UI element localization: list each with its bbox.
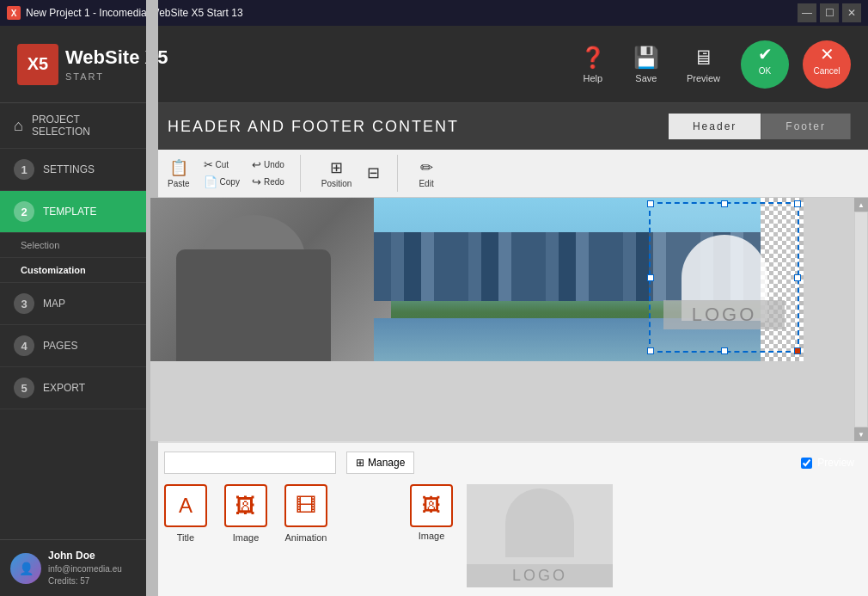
preview-button[interactable]: 🖥 Preview <box>680 42 727 87</box>
sidebar-label-settings: SETTINGS <box>43 163 95 175</box>
canvas-container[interactable]: LOGO ▲ ▼ ◀ <box>150 198 868 441</box>
undo-button[interactable]: ↩ Undo <box>247 157 290 173</box>
edit-icon: ✏ <box>420 158 433 177</box>
close-button[interactable]: ✕ <box>842 3 861 22</box>
preview-checkbox-label: Preview <box>817 457 854 469</box>
image-icon: 🖼 <box>235 494 256 518</box>
sidebar-item-settings[interactable]: 1 SETTINGS <box>0 149 150 191</box>
scroll-down-button[interactable]: ▼ <box>854 427 868 441</box>
title-icon-label: Title <box>177 532 194 543</box>
preview-checkbox[interactable]: Preview <box>801 457 854 469</box>
position-label: Position <box>321 179 352 188</box>
tab-footer[interactable]: Footer <box>761 114 851 139</box>
help-button[interactable]: ❓ Help <box>573 42 613 87</box>
minimize-button[interactable]: — <box>798 3 816 22</box>
sidebar-item-export[interactable]: 5 EXPORT <box>0 367 150 409</box>
undo-label: Undo <box>264 160 284 169</box>
save-label: Save <box>635 73 657 83</box>
save-icon: 💾 <box>633 46 659 70</box>
copy-icon: 📄 <box>204 175 217 188</box>
titlebar-controls: — ☐ ✕ <box>798 3 861 22</box>
preview-label: Preview <box>687 73 720 83</box>
sidebar-item-home[interactable]: ⌂ PROJECT SELECTION <box>0 103 150 149</box>
sidebar-num-5: 5 <box>14 378 34 398</box>
sidebar-num-4: 4 <box>14 335 34 356</box>
ok-label: OK <box>759 66 771 76</box>
sidebar-item-map[interactable]: 3 MAP <box>0 283 150 325</box>
selected-logo-box[interactable]: LOGO <box>649 202 799 353</box>
tab-bar: Header Footer <box>669 114 851 139</box>
dropdown-label: Main header/footer contents <box>174 457 302 469</box>
user-area: 👤 John Doe info@incomedia.eu Credits: 57 <box>0 539 150 596</box>
preview-icon: 🖥 <box>693 46 713 70</box>
manage-button[interactable]: ⊞ Manage <box>346 452 414 474</box>
resize-handle-bm[interactable] <box>721 347 728 354</box>
sidebar-item-pages[interactable]: 4 PAGES <box>0 325 150 367</box>
scroll-up-button[interactable]: ▲ <box>854 198 868 212</box>
user-avatar: 👤 <box>10 553 41 584</box>
resize-handle-tr[interactable] <box>794 200 801 207</box>
dropdown-arrow-icon: ▼ <box>316 457 327 469</box>
cancel-button[interactable]: ✕ Cancel <box>803 40 851 89</box>
titlebar-left: X New Project 1 - Incomedia WebSite X5 S… <box>7 6 243 20</box>
content-dropdown[interactable]: Main header/footer contents ▼ <box>164 452 336 474</box>
align-button[interactable]: ⊟ <box>360 160 387 187</box>
main-layout: ⌂ PROJECT SELECTION 1 SETTINGS 2 TEMPLAT… <box>0 103 868 596</box>
editor-area: LOGO ▲ ▼ ◀ <box>150 198 868 441</box>
paste-button[interactable]: 📋 Paste <box>161 155 197 192</box>
user-name: John Doe <box>48 549 122 563</box>
resize-handle-br[interactable] <box>794 347 801 354</box>
cut-copy-group: ✂ Cut 📄 Copy <box>199 157 245 190</box>
tab-footer-label: Footer <box>785 120 826 132</box>
sidebar-sub-customization[interactable]: Customization <box>0 258 150 283</box>
preview-logo-shape <box>505 488 574 557</box>
content-icon-animation[interactable]: 🎞 Animation <box>284 484 327 543</box>
animation-icon: 🎞 <box>296 494 316 518</box>
app-header: X5 WebSite X5 START ❓ Help 💾 Save 🖥 Prev… <box>0 26 868 103</box>
sidebar-home-label: PROJECT SELECTION <box>32 114 136 138</box>
app-icon: X <box>7 6 21 20</box>
app-logo-icon: X5 <box>17 44 58 85</box>
sidebar-label-template: TEMPLATE <box>43 206 96 218</box>
preview-logo: LOGO <box>467 484 613 587</box>
resize-handle-bl[interactable] <box>647 347 654 354</box>
redo-button[interactable]: ↪ Redo <box>247 174 290 190</box>
manage-icon: ⊞ <box>356 457 364 469</box>
copy-label: Copy <box>220 177 240 187</box>
cut-icon: ✂ <box>204 158 213 171</box>
toolbar-group-edit: ✏ Edit <box>412 155 450 192</box>
logo-container: LOGO <box>663 217 785 338</box>
canvas-scrollable: LOGO ▲ ▼ <box>150 198 868 441</box>
content-icon-image[interactable]: 🖼 Image <box>224 484 267 543</box>
redo-icon: ↪ <box>252 175 261 188</box>
resize-handle-ml[interactable] <box>647 274 654 281</box>
edit-button[interactable]: ✏ Edit <box>412 155 440 192</box>
tab-header[interactable]: Header <box>669 114 761 139</box>
titlebar-title: New Project 1 - Incomedia WebSite X5 Sta… <box>26 7 243 19</box>
save-button[interactable]: 💾 Save <box>627 42 666 87</box>
preview-image-icon: 🖼 <box>410 484 453 527</box>
align-icon: ⊟ <box>367 163 380 182</box>
ok-button[interactable]: ✔ OK <box>741 40 789 89</box>
resize-handle-tl[interactable] <box>647 200 654 207</box>
resize-handle-tm[interactable] <box>721 200 728 207</box>
resize-handle-mr[interactable] <box>794 274 801 281</box>
position-button[interactable]: ⊞ Position <box>315 155 359 192</box>
ok-icon: ✔ <box>758 44 773 65</box>
scroll-track[interactable] <box>855 212 867 427</box>
undo-icon: ↩ <box>252 158 261 171</box>
user-credits: Credits: 57 <box>48 575 122 587</box>
titlebar: X New Project 1 - Incomedia WebSite X5 S… <box>0 0 868 26</box>
maximize-button[interactable]: ☐ <box>820 3 839 22</box>
copy-button[interactable]: 📄 Copy <box>199 174 245 190</box>
tab-header-label: Header <box>693 120 737 132</box>
manage-label: Manage <box>368 457 405 469</box>
sidebar: ⌂ PROJECT SELECTION 1 SETTINGS 2 TEMPLAT… <box>0 103 150 596</box>
sidebar-item-template[interactable]: 2 TEMPLATE <box>0 191 150 233</box>
image-icon-label: Image <box>233 532 260 543</box>
preview-checkbox-input[interactable] <box>801 458 812 469</box>
cancel-icon: ✕ <box>820 44 834 65</box>
cut-button[interactable]: ✂ Cut <box>199 157 245 173</box>
sidebar-sub-selection[interactable]: Selection <box>0 233 150 258</box>
content-icon-title[interactable]: A Title <box>164 484 207 543</box>
